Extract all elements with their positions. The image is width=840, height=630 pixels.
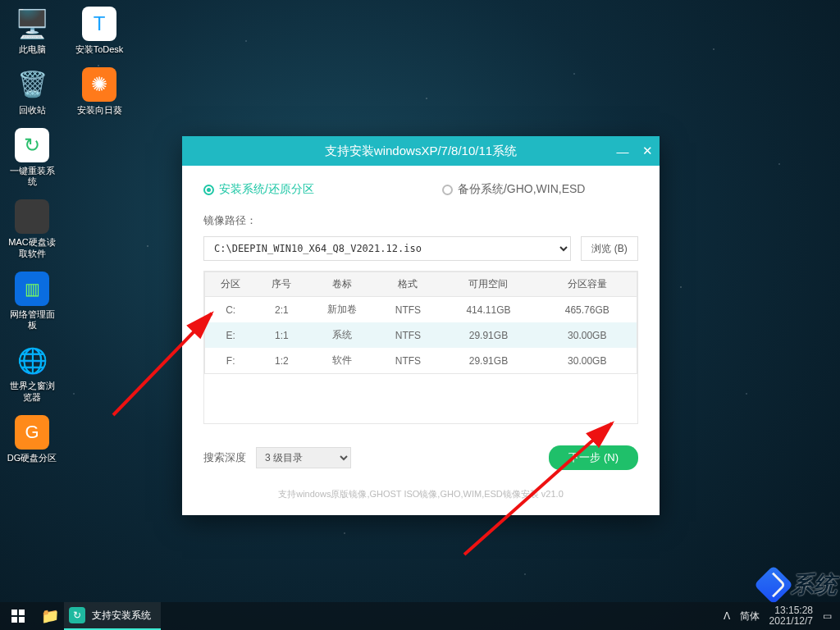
table-cell: 30.00GB <box>537 348 637 374</box>
table-cell: 1:1 <box>256 322 307 348</box>
desktop-icon[interactable]: GDG硬盘分区 <box>7 415 57 464</box>
svg-rect-2 <box>11 609 17 615</box>
radio-backup[interactable]: 备份系统/GHO,WIN,ESD <box>442 182 586 197</box>
start-button[interactable] <box>0 602 36 630</box>
image-path-label: 镜像路径： <box>203 213 638 228</box>
table-header-cell: 可用空间 <box>439 272 537 297</box>
app-icon: ↻ <box>69 607 85 623</box>
notification-icon[interactable]: ▭ <box>823 610 832 622</box>
table-cell: 414.11GB <box>439 297 537 323</box>
desktop-icon[interactable]: ▥网络管理面板 <box>7 272 57 332</box>
svg-rect-4 <box>11 617 17 623</box>
table-header-cell: 序号 <box>256 272 307 297</box>
table-cell: 29.91GB <box>439 348 537 374</box>
table-header-cell: 格式 <box>377 272 439 297</box>
table-header-cell: 卷标 <box>307 272 377 297</box>
close-button[interactable]: ✕ <box>640 144 655 158</box>
search-depth-label: 搜索深度 <box>203 450 246 465</box>
desktop-icon-label: 安装ToDesk <box>75 44 124 56</box>
browse-button[interactable]: 浏览 (B) <box>581 236 638 261</box>
desktop-icon[interactable]: T安装ToDesk <box>74 7 125 56</box>
desktop-icon-glyph: 🗑️ <box>15 67 49 102</box>
svg-rect-3 <box>19 609 25 615</box>
desktop-icon-glyph: 🖥️ <box>15 7 49 41</box>
desktop-icon[interactable]: ✺安装向日葵 <box>74 67 125 116</box>
partition-table-container: 分区序号卷标格式可用空间分区容量 C:2:1新加卷NTFS414.11GB465… <box>203 271 638 424</box>
table-cell: 29.91GB <box>439 322 537 348</box>
desktop-icon[interactable]: 🗑️回收站 <box>7 67 57 116</box>
watermark: 系统 <box>760 569 837 600</box>
desktop-icon-glyph: ▥ <box>15 272 49 306</box>
svg-rect-5 <box>19 617 25 623</box>
hint-text: 支持windows原版镜像,GHOST ISO镜像,GHO,WIM,ESD镜像安… <box>203 488 638 500</box>
next-button[interactable]: 下一步 (N) <box>549 445 638 470</box>
desktop-icon-glyph: ✺ <box>82 67 116 102</box>
radio-dot-icon <box>203 185 214 195</box>
table-cell: 1:2 <box>256 348 307 374</box>
table-cell: NTFS <box>377 297 439 323</box>
radio-install-restore[interactable]: 安装系统/还原分区 <box>203 182 314 197</box>
desktop-icon-glyph: G <box>15 415 49 450</box>
system-tray: ᐱ 简体 13:15:282021/12/7 ▭ <box>724 605 840 627</box>
clock[interactable]: 13:15:282021/12/7 <box>769 605 813 627</box>
folder-icon: 📁 <box>41 607 59 625</box>
titlebar[interactable]: 支持安装windowsXP/7/8/10/11系统 ― ✕ <box>182 136 660 166</box>
desktop-icon-label: MAC硬盘读取软件 <box>7 237 57 260</box>
desktop-icon-label: 回收站 <box>19 105 46 116</box>
table-cell: 30.00GB <box>537 322 637 348</box>
minimize-button[interactable]: ― <box>615 144 630 158</box>
table-cell: 新加卷 <box>307 297 377 323</box>
table-cell: 软件 <box>307 348 377 374</box>
desktop-icon-glyph <box>15 199 49 234</box>
table-header-cell: 分区 <box>205 272 257 297</box>
desktop-icon-glyph: 🌐 <box>15 343 49 377</box>
search-depth-select[interactable]: 3 级目录 <box>256 447 351 468</box>
taskbar: 📁 ↻ 支持安装系统 ᐱ 简体 13:15:282021/12/7 ▭ <box>0 602 840 630</box>
table-cell: 系统 <box>307 322 377 348</box>
image-path-select[interactable]: C:\DEEPIN_WIN10_X64_Q8_V2021.12.iso <box>203 236 571 261</box>
desktop-icon-label: DG硬盘分区 <box>7 453 57 464</box>
table-cell: NTFS <box>377 348 439 374</box>
table-header-cell: 分区容量 <box>537 272 637 297</box>
table-cell: 465.76GB <box>537 297 637 323</box>
table-cell: F: <box>205 348 257 374</box>
desktop-icon-label: 网络管理面板 <box>7 309 57 332</box>
table-cell: C: <box>205 297 257 323</box>
desktop-icon[interactable]: ↻一键重装系统 <box>7 128 57 189</box>
desktop-icon[interactable]: 🖥️此电脑 <box>7 7 57 56</box>
window-title: 支持安装windowsXP/7/8/10/11系统 <box>325 144 517 159</box>
table-row[interactable]: F:1:2软件NTFS29.91GB30.00GB <box>205 348 637 374</box>
taskbar-active-app[interactable]: ↻ 支持安装系统 <box>64 602 161 630</box>
desktop-icons: 🖥️此电脑T安装ToDesk 🗑️回收站✺安装向日葵↻一键重装系统MAC硬盘读取… <box>7 7 138 463</box>
desktop-icon-label: 一键重装系统 <box>7 166 57 189</box>
desktop-icon-label: 安装向日葵 <box>77 105 122 116</box>
desktop-icon-label: 世界之窗浏览器 <box>7 381 57 404</box>
watermark-text: 系统 <box>791 569 837 600</box>
installer-window: 支持安装windowsXP/7/8/10/11系统 ― ✕ 安装系统/还原分区 … <box>182 136 660 515</box>
desktop-icon-glyph: ↻ <box>15 128 49 162</box>
ime-indicator[interactable]: 简体 <box>740 609 760 623</box>
desktop-icon[interactable]: 🌐世界之窗浏览器 <box>7 343 57 404</box>
watermark-logo-icon <box>754 565 793 605</box>
tray-chevron-icon[interactable]: ᐱ <box>724 610 730 622</box>
table-cell: 2:1 <box>256 297 307 323</box>
desktop-icon[interactable]: MAC硬盘读取软件 <box>7 199 57 260</box>
partition-table[interactable]: 分区序号卷标格式可用空间分区容量 C:2:1新加卷NTFS414.11GB465… <box>204 272 637 374</box>
table-cell: E: <box>205 322 257 348</box>
taskbar-app-label: 支持安装系统 <box>92 609 151 623</box>
desktop-icon-label: 此电脑 <box>19 44 46 56</box>
taskbar-explorer[interactable]: 📁 <box>36 602 64 630</box>
table-cell: NTFS <box>377 322 439 348</box>
radio-dot-icon <box>442 185 453 195</box>
table-row[interactable]: E:1:1系统NTFS29.91GB30.00GB <box>205 322 637 348</box>
table-row[interactable]: C:2:1新加卷NTFS414.11GB465.76GB <box>205 297 637 323</box>
desktop-icon-glyph: T <box>82 7 116 41</box>
